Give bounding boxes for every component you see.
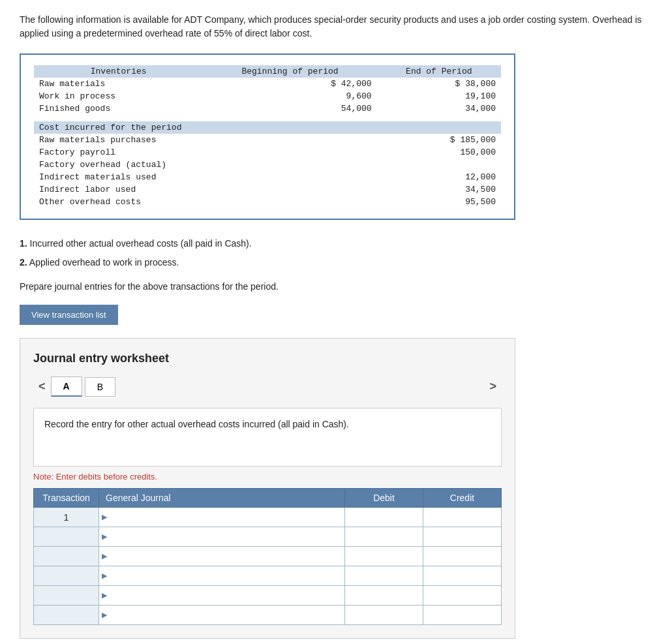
cost-row-2-value: 150,000 bbox=[365, 146, 501, 159]
general-journal-input-0[interactable] bbox=[107, 508, 344, 527]
inv-header-end: End of Period bbox=[377, 65, 501, 78]
row-arrow-icon-3: ▶ bbox=[99, 572, 107, 580]
tab-b[interactable]: B bbox=[85, 377, 115, 397]
row-arrow-icon-2: ▶ bbox=[99, 552, 107, 560]
credit-input-4[interactable] bbox=[423, 586, 501, 605]
cost-row-3-label: Factory overhead (actual) bbox=[34, 159, 365, 171]
inv-row-1-label: Raw materials bbox=[34, 78, 203, 90]
note-text: Note: Enter debits before credits. bbox=[33, 472, 502, 482]
q2-bold: 2. bbox=[20, 257, 27, 268]
table-row: ▶ bbox=[34, 586, 502, 606]
debit-input-5[interactable] bbox=[345, 606, 423, 624]
cost-row-4-label: Indirect materials used bbox=[34, 171, 365, 183]
table-row: ▶ bbox=[34, 547, 502, 566]
tab-arrow-right[interactable]: > bbox=[484, 376, 502, 397]
tab-arrow-left[interactable]: < bbox=[33, 376, 51, 397]
transaction-cell-4 bbox=[34, 586, 99, 606]
row-arrow-icon-0: ▶ bbox=[99, 513, 107, 521]
col-header-transaction: Transaction bbox=[34, 489, 99, 508]
question-2: 2. Applied overhead to work in process. bbox=[20, 254, 648, 271]
debit-input-3[interactable] bbox=[345, 566, 423, 585]
journal-entry-worksheet: Journal entry worksheet < A B > Record t… bbox=[20, 338, 515, 639]
q2-text: Applied overhead to work in process. bbox=[29, 257, 179, 268]
credit-input-0[interactable] bbox=[423, 508, 501, 527]
credit-input-3[interactable] bbox=[423, 566, 501, 585]
general-journal-cell-0[interactable]: ▶ bbox=[99, 508, 345, 527]
transaction-cell-0: 1 bbox=[34, 508, 99, 527]
cost-header: Cost incurred for the period bbox=[34, 121, 501, 134]
debit-input-4[interactable] bbox=[345, 586, 423, 605]
table-row: Indirect labor used 34,500 bbox=[34, 183, 501, 196]
cost-table: Cost incurred for the period Raw materia… bbox=[34, 121, 501, 208]
credit-cell-5[interactable] bbox=[423, 606, 502, 625]
credit-cell-1[interactable] bbox=[423, 527, 502, 547]
cost-row-3-value bbox=[365, 159, 501, 171]
cost-row-1-label: Raw materials purchases bbox=[34, 134, 365, 146]
row-arrow-icon-5: ▶ bbox=[99, 611, 107, 619]
questions-section: 1. Incurred other actual overhead costs … bbox=[20, 236, 648, 271]
table-row: ▶ bbox=[34, 606, 502, 625]
journal-table: Transaction General Journal Debit Credit… bbox=[33, 488, 502, 625]
cost-row-5-value: 34,500 bbox=[365, 183, 501, 196]
table-row: Raw materials $ 42,000 $ 38,000 bbox=[34, 78, 501, 90]
general-journal-cell-1[interactable]: ▶ bbox=[99, 527, 345, 547]
credit-cell-0[interactable] bbox=[423, 508, 502, 527]
credit-input-5[interactable] bbox=[423, 606, 501, 624]
general-journal-input-4[interactable] bbox=[107, 586, 344, 605]
credit-input-2[interactable] bbox=[423, 547, 501, 566]
inv-header-inventories: Inventories bbox=[34, 65, 203, 78]
row-arrow-icon-4: ▶ bbox=[99, 591, 107, 600]
view-transaction-list-button[interactable]: View transaction list bbox=[20, 305, 118, 325]
cost-row-2-label: Factory payroll bbox=[34, 146, 365, 159]
table-row: Work in process 9,600 19,100 bbox=[34, 90, 501, 102]
tab-a[interactable]: A bbox=[51, 376, 82, 397]
debit-input-0[interactable] bbox=[345, 508, 423, 527]
debit-cell-5[interactable] bbox=[345, 606, 423, 625]
debit-cell-1[interactable] bbox=[345, 527, 423, 547]
cost-row-6-label: Other overhead costs bbox=[34, 196, 365, 208]
question-1: 1. Incurred other actual overhead costs … bbox=[20, 236, 648, 252]
inventory-table: Inventories Beginning of period End of P… bbox=[34, 65, 501, 115]
table-row: ▶ bbox=[34, 527, 502, 547]
general-journal-cell-5[interactable]: ▶ bbox=[99, 606, 345, 625]
info-box: Inventories Beginning of period End of P… bbox=[20, 54, 515, 220]
general-journal-cell-4[interactable]: ▶ bbox=[99, 586, 345, 606]
general-journal-input-2[interactable] bbox=[107, 547, 344, 566]
q1-bold: 1. bbox=[20, 238, 27, 249]
credit-cell-3[interactable] bbox=[423, 566, 502, 586]
col-header-credit: Credit bbox=[423, 489, 502, 508]
general-journal-input-3[interactable] bbox=[107, 566, 344, 585]
debit-cell-2[interactable] bbox=[345, 547, 423, 566]
inv-row-2-end: 19,100 bbox=[377, 90, 501, 102]
debit-input-2[interactable] bbox=[345, 547, 423, 566]
prepare-text: Prepare journal entries for the above tr… bbox=[20, 281, 648, 292]
general-journal-cell-2[interactable]: ▶ bbox=[99, 547, 345, 566]
general-journal-input-5[interactable] bbox=[107, 606, 344, 624]
debit-input-1[interactable] bbox=[345, 527, 423, 546]
inv-row-3-label: Finished goods bbox=[34, 102, 203, 115]
table-row: Factory overhead (actual) bbox=[34, 159, 501, 171]
general-journal-input-1[interactable] bbox=[107, 527, 344, 546]
tab-navigation: < A B > bbox=[33, 376, 502, 397]
debit-cell-4[interactable] bbox=[345, 586, 423, 606]
transaction-cell-2 bbox=[34, 547, 99, 566]
credit-cell-2[interactable] bbox=[423, 547, 502, 566]
debit-cell-0[interactable] bbox=[345, 508, 423, 527]
inv-row-2-label: Work in process bbox=[34, 90, 203, 102]
table-row: Other overhead costs 95,500 bbox=[34, 196, 501, 208]
instruction-text: Record the entry for other actual overhe… bbox=[44, 419, 491, 429]
col-header-debit: Debit bbox=[345, 489, 423, 508]
debit-cell-3[interactable] bbox=[345, 566, 423, 586]
credit-cell-4[interactable] bbox=[423, 586, 502, 606]
transaction-cell-3 bbox=[34, 566, 99, 586]
q1-text: Incurred other actual overhead costs (al… bbox=[30, 238, 252, 249]
table-row: Factory payroll 150,000 bbox=[34, 146, 501, 159]
row-arrow-icon-1: ▶ bbox=[99, 532, 107, 541]
credit-input-1[interactable] bbox=[423, 527, 501, 546]
general-journal-cell-3[interactable]: ▶ bbox=[99, 566, 345, 586]
table-row: Finished goods 54,000 34,000 bbox=[34, 102, 501, 115]
transaction-cell-5 bbox=[34, 606, 99, 625]
table-row: ▶ bbox=[34, 566, 502, 586]
inv-row-1-end: $ 38,000 bbox=[377, 78, 501, 90]
inv-row-3-begin: 54,000 bbox=[203, 102, 376, 115]
